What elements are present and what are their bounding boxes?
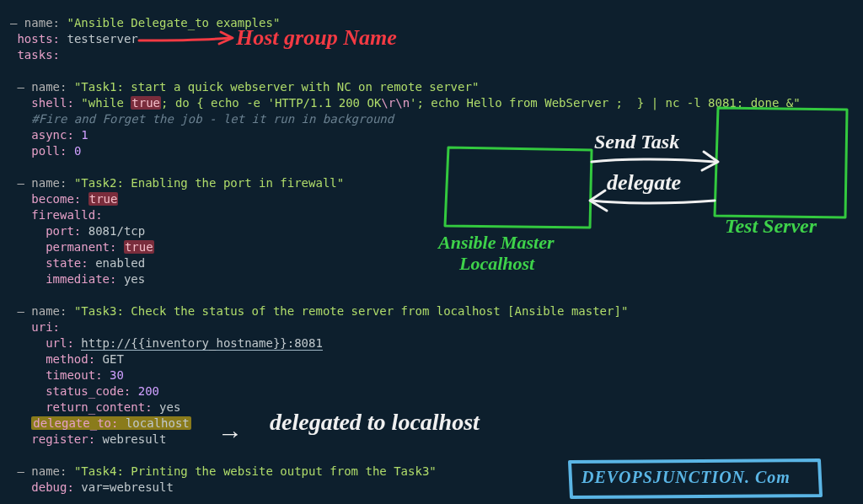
yaml-code-block: – name: "Ansible Delegate_to examples" h… [10, 15, 853, 496]
